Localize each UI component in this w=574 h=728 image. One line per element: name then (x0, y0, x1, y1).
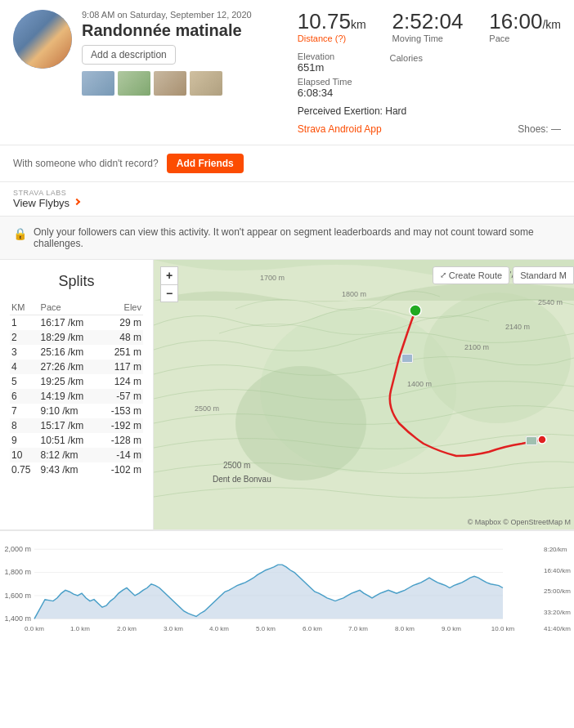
col-pace: Pace (39, 300, 100, 315)
pace-value: 16:00/km (489, 10, 561, 33)
flybys-section: STRAVA LABS View Flybys (0, 182, 574, 217)
split-elev: -128 m (99, 433, 143, 448)
distance-label[interactable]: Distance (?) (298, 33, 366, 43)
svg-text:1,600 m: 1,600 m (5, 592, 31, 600)
stat-moving-time: 2:52:04 Moving Time (392, 10, 464, 43)
activity-title: Randonnée matinale (82, 21, 288, 40)
svg-text:1.0 km: 1.0 km (70, 624, 90, 632)
split-elev: 48 m (99, 330, 143, 345)
privacy-notice: 🔒 Only your followers can view this acti… (0, 217, 574, 260)
activity-time: 9:08 AM on Saturday, September 12, 2020 (82, 10, 288, 20)
map-svg: 1700 m 1800 m 2500 m 1400 m 2100 m 2140 … (154, 260, 574, 529)
perceived-exertion: Perceived Exertion: Hard (298, 105, 561, 117)
table-row: 1 16:17 /km 29 m (10, 315, 143, 330)
stat-distance: 10.75km Distance (?) (298, 10, 366, 43)
split-pace: 15:17 /km (39, 418, 100, 433)
photos-row (82, 71, 288, 96)
svg-text:25:00/km: 25:00/km (544, 587, 571, 595)
privacy-text: Only your followers can view this activi… (34, 226, 561, 249)
photo-4[interactable] (190, 71, 222, 96)
table-row: 8 15:17 /km -192 m (10, 418, 143, 433)
split-pace: 10:51 /km (39, 433, 100, 448)
svg-text:33:20/km: 33:20/km (544, 608, 571, 615)
moving-time-value: 2:52:04 (392, 10, 464, 33)
route-icon: ⤢ (440, 270, 446, 279)
svg-text:7.0 km: 7.0 km (348, 624, 368, 632)
svg-text:10.0 km: 10.0 km (491, 624, 514, 632)
add-friends-button[interactable]: Add Friends (167, 154, 244, 173)
svg-text:2140 m: 2140 m (505, 323, 530, 331)
split-km: 5 (10, 374, 39, 389)
svg-text:1400 m: 1400 m (407, 380, 432, 388)
split-elev: -153 m (99, 404, 143, 418)
split-pace: 9:43 /km (39, 462, 100, 477)
svg-text:1,400 m: 1,400 m (5, 614, 31, 623)
svg-point-3 (424, 293, 571, 423)
svg-rect-17 (402, 355, 412, 362)
split-pace: 25:16 /km (39, 345, 100, 360)
activity-header: 9:08 AM on Saturday, September 12, 2020 … (0, 0, 574, 145)
strava-source-link[interactable]: Strava Android App (298, 123, 382, 135)
svg-text:2.0 km: 2.0 km (117, 624, 137, 632)
map-controls: + − (160, 266, 178, 302)
svg-text:1700 m: 1700 m (260, 274, 285, 282)
split-km: 10 (10, 448, 39, 462)
map-container[interactable]: 1700 m 1800 m 2500 m 1400 m 2100 m 2140 … (154, 260, 574, 529)
split-pace: 27:26 /km (39, 360, 100, 374)
splits-table: KM Pace Elev 1 16:17 /km 29 m 2 18:29 /k… (10, 300, 143, 477)
photo-2[interactable] (118, 71, 150, 96)
split-elev: 29 m (99, 315, 143, 330)
photo-1[interactable] (82, 71, 114, 96)
svg-text:4.0 km: 4.0 km (209, 624, 229, 632)
strava-source-row: Strava Android App Shoes: — (298, 123, 561, 135)
map-copyright: © Mapbox © OpenStreetMap M (468, 518, 571, 526)
photo-3[interactable] (154, 71, 186, 96)
distance-value: 10.75km (298, 10, 366, 33)
split-pace: 19:25 /km (39, 374, 100, 389)
split-elev: -192 m (99, 418, 143, 433)
svg-text:1,800 m: 1,800 m (5, 568, 31, 576)
svg-text:8.0 km: 8.0 km (395, 624, 415, 632)
add-description-button[interactable]: Add a description (82, 45, 176, 65)
table-row: 0.75 9:43 /km -102 m (10, 462, 143, 477)
svg-text:2500 m: 2500 m (223, 461, 250, 470)
split-km: 9 (10, 433, 39, 448)
svg-rect-19 (527, 437, 536, 444)
split-elev: 117 m (99, 360, 143, 374)
table-row: 10 8:12 /km -14 m (10, 448, 143, 462)
svg-point-15 (538, 435, 546, 444)
zoom-out-button[interactable]: − (160, 284, 178, 302)
svg-text:2,000 m: 2,000 m (5, 545, 31, 553)
moving-time-label: Moving Time (392, 33, 464, 43)
chevron-right-icon (74, 199, 80, 205)
split-km: 4 (10, 360, 39, 374)
table-row: 5 19:25 /km 124 m (10, 374, 143, 389)
split-pace: 14:19 /km (39, 389, 100, 404)
split-km: 1 (10, 315, 39, 330)
stat-pace: 16:00/km Pace (489, 10, 561, 43)
elevation-svg: 2,000 m 1,800 m 1,600 m 1,400 m 0.0 km 1… (0, 538, 574, 638)
svg-text:8:20/km: 8:20/km (544, 546, 567, 553)
zoom-in-button[interactable]: + (160, 266, 178, 284)
elevation-chart: 2,000 m 1,800 m 1,600 m 1,400 m 0.0 km 1… (0, 530, 574, 645)
split-pace: 8:12 /km (39, 448, 100, 462)
stats-grid: Elevation 651m Calories Elapsed Time 6:0… (298, 51, 561, 99)
table-row: 2 18:29 /km 48 m (10, 330, 143, 345)
strava-labs-label: STRAVA LABS (13, 189, 561, 197)
activity-info: 9:08 AM on Saturday, September 12, 2020 … (82, 10, 288, 135)
avatar (13, 10, 72, 69)
col-km: KM (10, 300, 39, 315)
create-route-button[interactable]: ⤢ Create Route (433, 266, 509, 284)
svg-text:0.0 km: 0.0 km (25, 624, 44, 632)
split-km: 7 (10, 404, 39, 418)
split-pace: 16:17 /km (39, 315, 100, 330)
stats-top: 10.75km Distance (?) 2:52:04 Moving Time… (298, 10, 561, 43)
standard-map-button[interactable]: Standard M (513, 266, 574, 284)
split-km: 2 (10, 330, 39, 345)
elapsed-stat: Elapsed Time 6:08:34 (298, 77, 377, 99)
svg-text:Dent de Bonvau: Dent de Bonvau (213, 475, 271, 484)
view-flybys-link[interactable]: View Flybys (13, 197, 561, 209)
table-row: 3 25:16 /km 251 m (10, 345, 143, 360)
elevation-stat: Elevation 651m (298, 51, 377, 74)
calories-stat: Calories (390, 51, 561, 74)
